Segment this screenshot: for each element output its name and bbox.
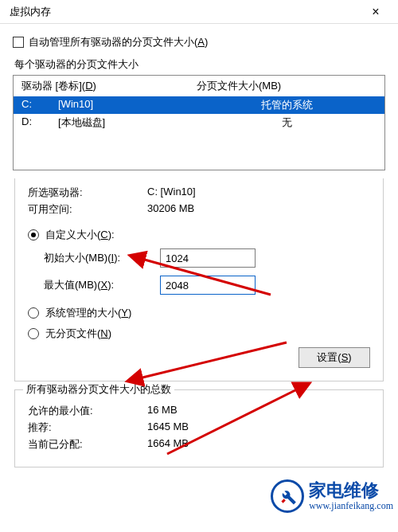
wrench-icon (271, 479, 304, 513)
min-label: 允许的最小值: (28, 404, 147, 418)
free-space-value: 30206 MB (147, 202, 370, 217)
checkbox-icon (13, 37, 24, 48)
rec-value: 1645 MB (147, 421, 370, 435)
drive-row-d[interactable]: D: [本地磁盘] 无 (14, 114, 384, 131)
drive-list[interactable]: 驱动器 [卷标](D) 分页文件大小(MB) C: [Win10] 托管的系统 … (13, 75, 385, 170)
cur-label: 当前已分配: (28, 437, 147, 452)
set-button[interactable]: 设置(S) (298, 347, 370, 368)
watermark: 家电维修 www.jianfeikang.com (271, 479, 393, 513)
drive-list-header: 驱动器 [卷标](D) 分页文件大小(MB) (14, 76, 384, 96)
max-size-input[interactable] (160, 276, 256, 295)
initial-size-input[interactable] (160, 248, 256, 268)
drive-section-label: 每个驱动器的分页文件大小 (14, 57, 385, 72)
auto-manage-checkbox[interactable]: 自动管理所有驱动器的分页文件大小(A) (13, 35, 385, 49)
rec-label: 推荐: (28, 421, 147, 435)
watermark-brand: 家电维修 (309, 481, 393, 500)
totals-group: 所有驱动器分页文件大小的总数 允许的最小值: 16 MB 推荐: 1645 MB… (14, 389, 384, 467)
min-value: 16 MB (147, 404, 370, 418)
radio-no-paging[interactable]: 无分页文件(N) (28, 327, 370, 341)
radio-icon (28, 307, 39, 319)
auto-manage-label: 自动管理所有驱动器的分页文件大小(A) (29, 35, 208, 49)
radio-icon (28, 229, 39, 241)
free-space-label: 可用空间: (28, 202, 147, 217)
watermark-url: www.jianfeikang.com (309, 501, 393, 511)
radio-custom-size[interactable]: 自定义大小(C): (28, 228, 370, 242)
selected-drive-group: 所选驱动器: C: [Win10] 可用空间: 30206 MB 自定义大小(C… (14, 178, 384, 381)
cur-value: 1664 MB (147, 437, 370, 452)
selected-drive-label: 所选驱动器: (28, 186, 147, 200)
totals-title: 所有驱动器分页文件大小的总数 (23, 382, 174, 397)
drive-row-c[interactable]: C: [Win10] 托管的系统 (14, 96, 384, 114)
selected-drive-value: C: [Win10] (147, 186, 370, 200)
radio-system-managed[interactable]: 系统管理的大小(Y) (28, 306, 370, 320)
close-icon[interactable]: × (360, 1, 392, 23)
initial-size-label: 初始大小(MB)(I): (44, 251, 160, 265)
window-title: 虚拟内存 (10, 5, 51, 19)
max-size-label: 最大值(MB)(X): (44, 278, 160, 292)
radio-icon (28, 328, 39, 339)
